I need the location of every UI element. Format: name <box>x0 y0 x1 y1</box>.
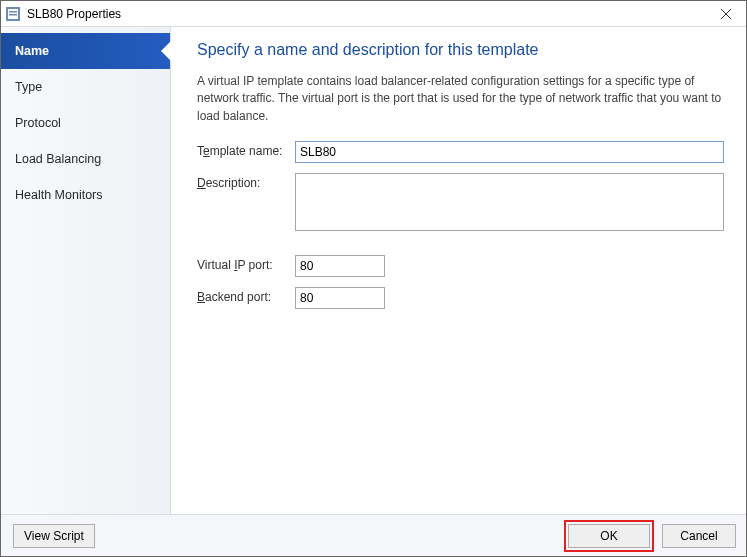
svg-rect-2 <box>9 11 17 13</box>
sidebar-item-label: Protocol <box>15 116 61 130</box>
row-virtual-ip-port: Virtual IP port: <box>197 255 724 277</box>
sidebar-item-type[interactable]: Type <box>1 69 170 105</box>
sidebar-item-label: Type <box>15 80 42 94</box>
label-template-name: Template name: <box>197 141 295 158</box>
page-intro: A virtual IP template contains load bala… <box>197 73 724 125</box>
view-script-button[interactable]: View Script <box>13 524 95 548</box>
footer: View Script OK Cancel <box>1 514 746 556</box>
row-backend-port: Backend port: <box>197 287 724 309</box>
content-pane: Specify a name and description for this … <box>171 27 746 514</box>
sidebar-item-label: Health Monitors <box>15 188 103 202</box>
description-input[interactable] <box>295 173 724 231</box>
sidebar-item-label: Load Balancing <box>15 152 101 166</box>
cancel-button[interactable]: Cancel <box>662 524 736 548</box>
sidebar: Name Type Protocol Load Balancing Health… <box>1 27 171 514</box>
template-name-input[interactable] <box>295 141 724 163</box>
page-heading: Specify a name and description for this … <box>197 41 724 59</box>
row-description: Description: <box>197 173 724 231</box>
sidebar-item-load-balancing[interactable]: Load Balancing <box>1 141 170 177</box>
row-template-name: Template name: <box>197 141 724 163</box>
titlebar: SLB80 Properties <box>1 1 746 27</box>
virtual-ip-port-input[interactable] <box>295 255 385 277</box>
sidebar-item-name[interactable]: Name <box>1 33 170 69</box>
label-description: Description: <box>197 173 295 190</box>
label-backend-port: Backend port: <box>197 287 295 304</box>
close-icon <box>721 9 731 19</box>
dialog-body: Name Type Protocol Load Balancing Health… <box>1 27 746 514</box>
ok-highlight: OK <box>564 520 654 552</box>
label-virtual-ip-port: Virtual IP port: <box>197 255 295 272</box>
backend-port-input[interactable] <box>295 287 385 309</box>
svg-rect-3 <box>9 14 17 16</box>
sidebar-item-protocol[interactable]: Protocol <box>1 105 170 141</box>
sidebar-item-health-monitors[interactable]: Health Monitors <box>1 177 170 213</box>
dialog-window: SLB80 Properties Name Type Protocol Load… <box>0 0 747 557</box>
close-button[interactable] <box>706 1 746 27</box>
sidebar-item-label: Name <box>15 44 49 58</box>
window-title: SLB80 Properties <box>27 7 706 21</box>
app-icon <box>5 6 21 22</box>
ok-button[interactable]: OK <box>568 524 650 548</box>
